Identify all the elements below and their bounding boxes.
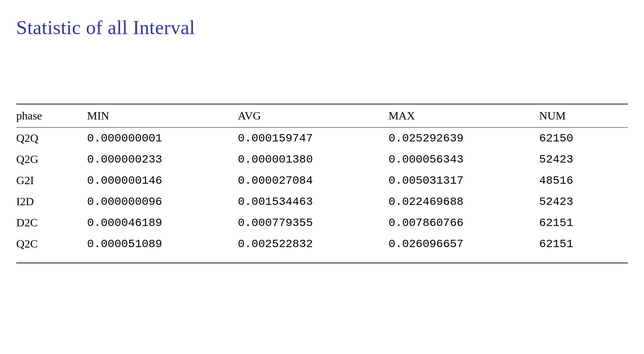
table-row: I2D0.0000000960.0015344630.0224696885242… <box>16 191 628 212</box>
cell-num: 48516 <box>539 170 628 191</box>
col-header-avg: AVG <box>238 104 389 128</box>
cell-avg: 0.001534463 <box>238 191 389 212</box>
cell-avg: 0.000027084 <box>238 170 389 191</box>
cell-avg: 0.002522832 <box>238 233 389 254</box>
col-header-max: MAX <box>389 104 539 128</box>
cell-min: 0.000046189 <box>87 212 238 233</box>
cell-max: 0.005031317 <box>389 170 539 191</box>
table-row: Q2C0.0000510890.0025228320.0260966576215… <box>16 233 628 254</box>
cell-avg: 0.000159747 <box>238 128 389 149</box>
cell-avg: 0.000779355 <box>238 212 389 233</box>
cell-max: 0.007860766 <box>389 212 539 233</box>
cell-num: 62151 <box>539 233 628 254</box>
cell-max: 0.022469688 <box>389 191 539 212</box>
cell-max: 0.000056343 <box>389 149 539 170</box>
cell-phase: I2D <box>16 191 87 212</box>
cell-min: 0.000000233 <box>87 149 238 170</box>
cell-min: 0.000000146 <box>87 170 238 191</box>
cell-phase: Q2C <box>16 233 87 254</box>
table-row: G2I0.0000001460.0000270840.0050313174851… <box>16 170 628 191</box>
cell-avg: 0.000001380 <box>238 149 389 170</box>
cell-num: 62151 <box>539 212 628 233</box>
col-header-min: MIN <box>87 104 238 128</box>
col-header-num: NUM <box>539 104 628 128</box>
cell-phase: D2C <box>16 212 87 233</box>
cell-num: 62150 <box>539 128 628 149</box>
cell-num: 52423 <box>539 191 628 212</box>
cell-min: 0.000000096 <box>87 191 238 212</box>
table-row: D2C0.0000461890.0007793550.0078607666215… <box>16 212 628 233</box>
table-row: Q2Q0.0000000010.0001597470.0252926396215… <box>16 128 628 149</box>
col-header-phase: phase <box>16 104 87 128</box>
cell-phase: Q2Q <box>16 128 87 149</box>
cell-phase: Q2G <box>16 149 87 170</box>
cell-min: 0.000051089 <box>87 233 238 254</box>
cell-max: 0.025292639 <box>389 128 539 149</box>
cell-phase: G2I <box>16 170 87 191</box>
cell-min: 0.000000001 <box>87 128 238 149</box>
table-bottom-border <box>16 254 628 263</box>
cell-num: 52423 <box>539 149 628 170</box>
statistics-table: phase MIN AVG MAX NUM Q2Q0.0000000010.00… <box>16 104 628 263</box>
page-title: Statistic of all Interval <box>16 16 628 39</box>
cell-max: 0.026096657 <box>389 233 539 254</box>
table-row: Q2G0.0000002330.0000013800.0000563435242… <box>16 149 628 170</box>
